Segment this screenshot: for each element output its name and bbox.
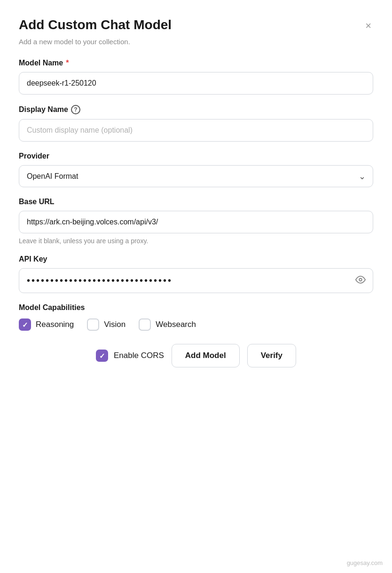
provider-select-wrapper: OpenAI Format Anthropic Google Custom ⌄ [19,165,373,187]
api-key-group: API Key [19,255,373,293]
reasoning-label: Reasoning [36,320,74,329]
verify-button[interactable]: Verify [247,344,296,367]
vision-label: Vision [104,320,125,329]
help-icon[interactable]: ? [71,105,80,114]
base-url-input[interactable] [19,211,373,233]
model-name-input[interactable] [19,72,373,95]
provider-group: Provider OpenAI Format Anthropic Google … [19,152,373,187]
capability-websearch[interactable]: Websearch [139,318,196,331]
enable-cors-checkbox[interactable] [96,350,108,362]
enable-cors-item[interactable]: Enable CORS [96,350,164,362]
display-name-label: Display Name ? [19,105,373,114]
reasoning-checkbox[interactable] [19,318,31,331]
provider-label: Provider [19,152,373,160]
base-url-label: Base URL [19,198,373,206]
watermark: gugesay.com [347,559,383,566]
base-url-group: Base URL Leave it blank, unless you are … [19,198,373,245]
required-indicator: * [66,59,69,67]
display-name-input[interactable] [19,119,373,142]
api-key-input[interactable] [19,268,373,293]
capabilities-row: Reasoning Vision Websearch [19,318,373,331]
footer-row: Enable CORS Add Model Verify [19,344,373,367]
enable-cors-label: Enable CORS [114,351,164,360]
svg-point-0 [359,278,362,281]
close-button[interactable]: × [363,19,373,33]
provider-select[interactable]: OpenAI Format Anthropic Google Custom [19,165,373,187]
eye-icon[interactable] [355,274,366,287]
capabilities-label: Model Capabilities [19,303,373,312]
capabilities-section: Model Capabilities Reasoning Vision Webs… [19,303,373,331]
modal-container: Add Custom Chat Model × Add a new model … [0,0,392,573]
model-name-label: Model Name * [19,59,373,67]
modal-header: Add Custom Chat Model × [19,17,373,33]
websearch-label: Websearch [156,320,196,329]
add-model-button[interactable]: Add Model [172,344,240,367]
vision-checkbox[interactable] [87,318,99,331]
model-name-group: Model Name * [19,59,373,95]
api-key-wrapper [19,268,373,293]
capability-vision[interactable]: Vision [87,318,125,331]
websearch-checkbox[interactable] [139,318,151,331]
modal-title: Add Custom Chat Model [19,17,172,33]
capability-reasoning[interactable]: Reasoning [19,318,74,331]
modal-subtitle: Add a new model to your collection. [19,38,373,46]
base-url-hint: Leave it blank, unless you are using a p… [19,237,373,245]
api-key-label: API Key [19,255,373,263]
display-name-group: Display Name ? [19,105,373,142]
